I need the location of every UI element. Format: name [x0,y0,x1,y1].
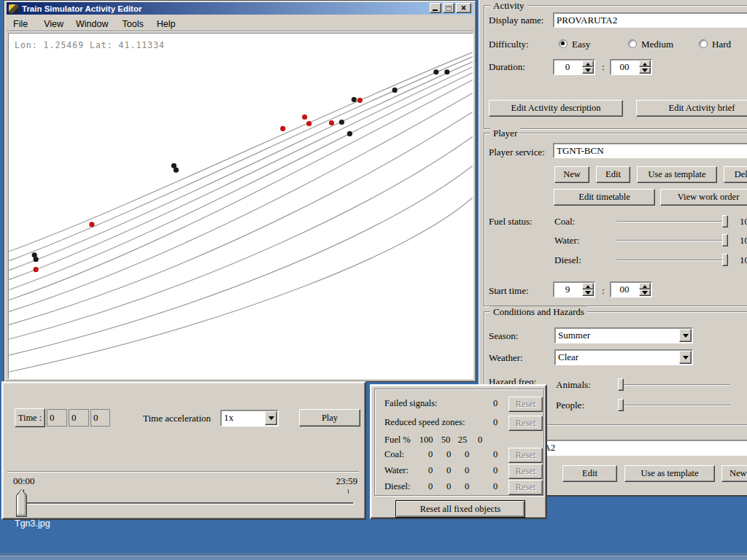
weather-dropdown[interactable]: Clear [554,349,693,365]
route-map-canvas[interactable]: Lon: 1.25469 Lat: 41.11334 [8,33,473,379]
animals-slider[interactable] [619,384,730,386]
spin-down-button[interactable] [639,67,651,74]
people-slider[interactable] [619,405,730,406]
dropdown-button[interactable] [679,329,692,342]
coal-slider-handle[interactable] [722,215,728,228]
difficulty-radio-medium[interactable] [628,39,637,48]
title-bar[interactable]: Train Simulator Activity Editor × [7,2,473,15]
menu-help[interactable]: Help [157,19,176,29]
close-button[interactable]: × [456,3,471,13]
black-marker-dot[interactable] [444,69,449,74]
start-hours-value: 9 [554,284,581,295]
black-marker-dot[interactable] [339,120,344,125]
reset-water-button[interactable]: Reset [508,464,543,479]
red-marker-dot[interactable] [357,98,363,103]
red-marker-dot[interactable] [302,114,307,120]
diesel-slider-handle[interactable] [722,254,728,266]
display-name-input[interactable]: PROVARUTA2 [553,12,747,28]
difficulty-radio-hard[interactable] [699,39,708,48]
time-seconds-box[interactable]: 0 [90,409,110,427]
reset-diesel-button[interactable]: Reset [508,480,543,495]
black-marker-dot[interactable] [347,131,352,136]
people-slider-handle[interactable] [618,399,624,411]
black-marker-dot[interactable] [352,97,357,102]
activity-new-button[interactable]: New [721,465,747,482]
difficulty-radio-easy[interactable] [559,39,568,48]
water-value-50: 0 [440,465,457,476]
service-use-as-template-button[interactable]: Use as template [637,166,717,183]
reset-reduced-speed-zones-button[interactable]: Reset [508,416,543,431]
activity-edit-button[interactable]: Edit [562,465,617,482]
menu-tools[interactable]: Tools [123,19,144,29]
time-acceleration-dropdown[interactable]: 1x [220,410,279,427]
track-line [9,57,472,261]
activity-use-as-template-button[interactable]: Use as template [624,465,715,482]
spin-down-button[interactable] [639,289,651,296]
timeline-slider-handle[interactable] [16,489,27,517]
time-minutes-box[interactable]: 0 [69,409,89,427]
reset-coal-button[interactable]: Reset [508,448,543,463]
menu-window[interactable]: Window [76,19,108,29]
season-dropdown[interactable]: Summer [554,327,693,343]
diesel-slider[interactable] [616,260,726,261]
menu-file[interactable]: File [13,19,28,29]
spin-up-button[interactable] [582,283,594,289]
chevron-down-icon [683,334,689,338]
water-slider-handle[interactable] [722,234,728,246]
black-marker-dot[interactable] [392,88,398,93]
black-marker-dot[interactable] [433,69,438,74]
play-button[interactable]: Play [299,409,360,427]
reduced-speed-zones-row: Reduced speed zones: 0 Reset [375,416,543,432]
dropdown-button[interactable] [679,351,692,364]
desktop-file-label[interactable]: Tgn3.jpg [15,518,50,529]
service-new-button[interactable]: New [554,166,589,183]
red-marker-dot[interactable] [34,267,39,272]
red-marker-dot[interactable] [89,222,94,227]
spin-down-button[interactable] [582,67,594,74]
reset-failed-signals-button[interactable]: Reset [508,397,543,412]
track-line [9,62,472,271]
spin-up-button[interactable] [639,61,651,67]
spin-up-button[interactable] [582,61,594,67]
duration-hours-spinner[interactable]: 0 [553,59,595,75]
activity-editor-window: Train Simulator Activity Editor × File V… [4,0,476,382]
spin-down-button[interactable] [582,289,594,296]
player-service-input[interactable]: TGNT-BCN [553,143,747,158]
maximize-button[interactable] [443,3,454,13]
black-marker-dot[interactable] [34,257,39,262]
service-delete-button[interactable]: Delete [724,166,747,183]
water-row-label: Water: [384,465,409,476]
timeline-start-label: 00:00 [13,475,35,487]
red-marker-dot[interactable] [280,126,285,131]
water-value-100: 0 [422,465,439,476]
edit-activity-description-button[interactable]: Edit Activity description [489,100,623,117]
fixed-objects-panel: Failed signals: 0 Reset Reduced speed zo… [370,384,547,519]
weather-label: Weather: [489,352,523,364]
coal-row-label: Coal: [384,449,404,460]
coal-slider[interactable] [616,221,726,222]
reset-all-fixed-objects-button[interactable]: Reset all fixed objects [395,500,525,518]
spin-up-button[interactable] [639,283,651,289]
edit-activity-brief-button[interactable]: Edit Activity brief [636,100,747,117]
black-marker-dot[interactable] [174,168,179,173]
red-marker-dot[interactable] [306,121,311,126]
animals-slider-handle[interactable] [618,378,624,391]
dropdown-button[interactable] [265,411,277,425]
service-edit-button[interactable]: Edit [596,166,630,183]
start-hours-spinner[interactable]: 9 [553,281,595,298]
edit-timetable-button[interactable]: Edit timetable [554,189,655,206]
time-hours-box[interactable]: 0 [47,409,67,427]
diesel-value-50: 0 [440,481,457,492]
start-minutes-spinner[interactable]: 00 [610,281,652,298]
minimize-button[interactable] [430,3,441,13]
duration-minutes-spinner[interactable]: 00 [610,59,652,75]
fuel-diesel-value: 100 [740,254,747,266]
view-work-order-button[interactable]: View work order [660,189,747,206]
timeline-track[interactable] [20,502,354,505]
menu-view[interactable]: View [44,19,63,29]
water-slider[interactable] [616,240,726,241]
window-title: Train Simulator Activity Editor [22,4,142,13]
duration-minutes-value: 00 [611,61,638,73]
coal-value-100: 0 [422,449,439,460]
red-marker-dot[interactable] [329,120,334,125]
